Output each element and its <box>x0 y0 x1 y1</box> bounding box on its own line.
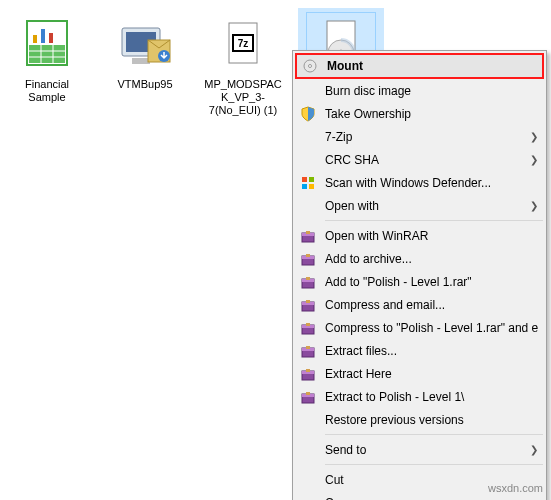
blank-icon <box>299 197 317 215</box>
menu-compress-email[interactable]: Compress and email... <box>295 293 544 316</box>
blank-icon <box>299 471 317 489</box>
blank-icon <box>299 151 317 169</box>
file-financial-sample[interactable]: Financial Sample <box>4 8 90 108</box>
chevron-right-icon: ❯ <box>530 154 538 165</box>
blank-icon <box>299 82 317 100</box>
svg-rect-8 <box>49 33 53 43</box>
menu-extract-to[interactable]: Extract to Polish - Level 1\ <box>295 385 544 408</box>
menu-label: Add to "Polish - Level 1.rar" <box>325 275 538 289</box>
file-label: VTMBup95 <box>104 78 186 91</box>
menu-label: CRC SHA <box>325 153 526 167</box>
menu-crc-sha[interactable]: CRC SHA ❯ <box>295 148 544 171</box>
menu-extract-files[interactable]: Extract files... <box>295 339 544 362</box>
svg-rect-24 <box>302 184 307 189</box>
svg-rect-7 <box>41 29 45 43</box>
menu-label: Send to <box>325 443 526 457</box>
menu-separator <box>325 434 543 435</box>
winrar-icon <box>299 342 317 360</box>
defender-icon <box>299 174 317 192</box>
menu-label: Copy <box>325 496 538 501</box>
disc-icon <box>301 57 319 75</box>
menu-label: Add to archive... <box>325 252 538 266</box>
chevron-right-icon: ❯ <box>530 444 538 455</box>
file-modspack-7z[interactable]: 7z MP_MODSPACK_VP_3-7(No_EUI) (1) <box>200 8 286 121</box>
menu-label: Extract Here <box>325 367 538 381</box>
menu-burn-disc[interactable]: Burn disc image <box>295 79 544 102</box>
menu-add-archive[interactable]: Add to archive... <box>295 247 544 270</box>
file-label: MP_MODSPACK_VP_3-7(No_EUI) (1) <box>202 78 284 117</box>
winrar-icon <box>299 388 317 406</box>
svg-point-21 <box>309 65 312 68</box>
spreadsheet-icon <box>12 12 82 74</box>
menu-mount[interactable]: Mount <box>295 53 544 79</box>
winrar-icon <box>299 319 317 337</box>
menu-separator <box>325 220 543 221</box>
7z-icon: 7z <box>208 12 278 74</box>
menu-extract-here[interactable]: Extract Here <box>295 362 544 385</box>
chevron-right-icon: ❯ <box>530 131 538 142</box>
menu-send-to[interactable]: Send to ❯ <box>295 438 544 461</box>
blank-icon <box>299 494 317 501</box>
menu-label: 7-Zip <box>325 130 526 144</box>
watermark: wsxdn.com <box>488 482 543 494</box>
file-label: Financial Sample <box>6 78 88 104</box>
menu-label: Extract files... <box>325 344 538 358</box>
menu-label: Take Ownership <box>325 107 538 121</box>
svg-rect-25 <box>309 184 314 189</box>
menu-take-ownership[interactable]: Take Ownership <box>295 102 544 125</box>
svg-text:7z: 7z <box>238 38 249 49</box>
menu-label: Extract to Polish - Level 1\ <box>325 390 538 404</box>
menu-label: Mount <box>327 59 536 73</box>
menu-label: Scan with Windows Defender... <box>325 176 538 190</box>
menu-label: Restore previous versions <box>325 413 538 427</box>
blank-icon <box>299 441 317 459</box>
menu-defender[interactable]: Scan with Windows Defender... <box>295 171 544 194</box>
menu-compress-to-email[interactable]: Compress to "Polish - Level 1.rar" and e… <box>295 316 544 339</box>
winrar-icon <box>299 273 317 291</box>
menu-add-to-rar[interactable]: Add to "Polish - Level 1.rar" <box>295 270 544 293</box>
blank-icon <box>299 128 317 146</box>
svg-rect-11 <box>132 58 150 64</box>
blank-icon <box>299 411 317 429</box>
menu-separator <box>325 464 543 465</box>
winrar-icon <box>299 227 317 245</box>
svg-rect-23 <box>309 177 314 182</box>
menu-label: Open with WinRAR <box>325 229 538 243</box>
installer-icon <box>110 12 180 74</box>
shield-icon <box>299 105 317 123</box>
menu-7zip[interactable]: 7-Zip ❯ <box>295 125 544 148</box>
menu-label: Open with <box>325 199 526 213</box>
menu-open-winrar[interactable]: Open with WinRAR <box>295 224 544 247</box>
file-vtmbup95[interactable]: VTMBup95 <box>102 8 188 95</box>
svg-rect-1 <box>29 45 65 63</box>
context-menu: Mount Burn disc image Take Ownership 7-Z… <box>292 50 547 500</box>
svg-rect-6 <box>33 35 37 43</box>
svg-rect-22 <box>302 177 307 182</box>
winrar-icon <box>299 296 317 314</box>
menu-label: Compress to "Polish - Level 1.rar" and e… <box>325 321 538 335</box>
menu-open-with[interactable]: Open with ❯ <box>295 194 544 217</box>
menu-label: Compress and email... <box>325 298 538 312</box>
menu-restore-versions[interactable]: Restore previous versions <box>295 408 544 431</box>
winrar-icon <box>299 250 317 268</box>
menu-label: Burn disc image <box>325 84 538 98</box>
winrar-icon <box>299 365 317 383</box>
chevron-right-icon: ❯ <box>530 200 538 211</box>
